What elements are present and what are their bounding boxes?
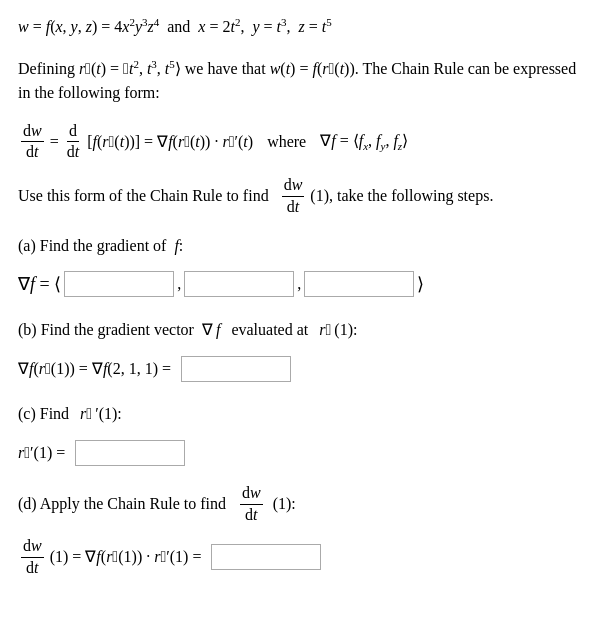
equals1: = xyxy=(50,128,59,157)
comma-2: , xyxy=(297,270,301,299)
part-b-equation: ∇f(r⃗(1)) = ∇f(2, 1, 1) = xyxy=(18,355,588,384)
part-a-equation: ∇f = ⟨ , , ⟩ xyxy=(18,268,588,300)
bracket-f: [f(r⃗(t))] = ∇f(r⃗(t)) · r⃗′(t) xyxy=(87,128,253,157)
use-form-text2: (1), take the following steps. xyxy=(310,182,493,211)
where-text: where xyxy=(267,128,306,157)
part-d-label: (d) Apply the Chain Rule to find dw dt (… xyxy=(18,483,588,526)
dw-dt-frac-d2: dw dt xyxy=(21,536,44,579)
dw-dt-frac-d: dw dt xyxy=(240,483,263,526)
dw-dt-frac-inline: dw dt xyxy=(279,175,308,218)
part-b-label: (b) Find the gradient vector ∇f evaluate… xyxy=(18,316,588,345)
chain-rule-equation: dw dt = d dt [f(r⃗(t))] = ∇f(r⃗(t)) · r⃗… xyxy=(18,121,588,164)
dw-dt-frac: dw dt xyxy=(18,121,47,164)
d-dt-frac: d dt xyxy=(62,121,84,164)
part-a-label: (a) Find the gradient of f: xyxy=(18,234,588,258)
r-prime-1-label: r⃗′(1) = xyxy=(18,439,65,468)
nabla-f-label: ∇f = ⟨ xyxy=(18,268,61,300)
and-text: and xyxy=(167,18,190,35)
part-c-equation: r⃗′(1) = xyxy=(18,439,588,468)
gradient-y-input[interactable] xyxy=(184,271,294,297)
part-c-label: (c) Find r⃗′(1): xyxy=(18,400,588,429)
gradient-x-input[interactable] xyxy=(64,271,174,297)
dw-dt-answer-input[interactable] xyxy=(211,544,321,570)
gradient-z-input[interactable] xyxy=(304,271,414,297)
formula-line1: w = f(x, y, z) = 4x2y3z4 and x = 2t2, y … xyxy=(18,18,332,35)
close-bracket: ⟩ xyxy=(417,268,424,300)
d-eq-lhs: (1) = ∇f(r⃗(1)) · r⃗′(1) = xyxy=(50,543,202,572)
nabla-f-r1: ∇f(r⃗(1)) = ∇f(2, 1, 1) = xyxy=(18,355,171,384)
comma-1: , xyxy=(177,270,181,299)
gradient-at-r1-input[interactable] xyxy=(181,356,291,382)
r-prime-1-input[interactable] xyxy=(75,440,185,466)
part-d-equation: dw dt (1) = ∇f(r⃗(1)) · r⃗′(1) = xyxy=(18,536,588,579)
nabla-f-def: ∇f = ⟨fx, fy, fz⟩ xyxy=(320,127,408,157)
use-form-text1: Use this form of the Chain Rule to find xyxy=(18,182,269,211)
defining-text: Defining r⃗(t) = 𧺂t2, t3, t5⟩ we have th… xyxy=(18,60,576,101)
